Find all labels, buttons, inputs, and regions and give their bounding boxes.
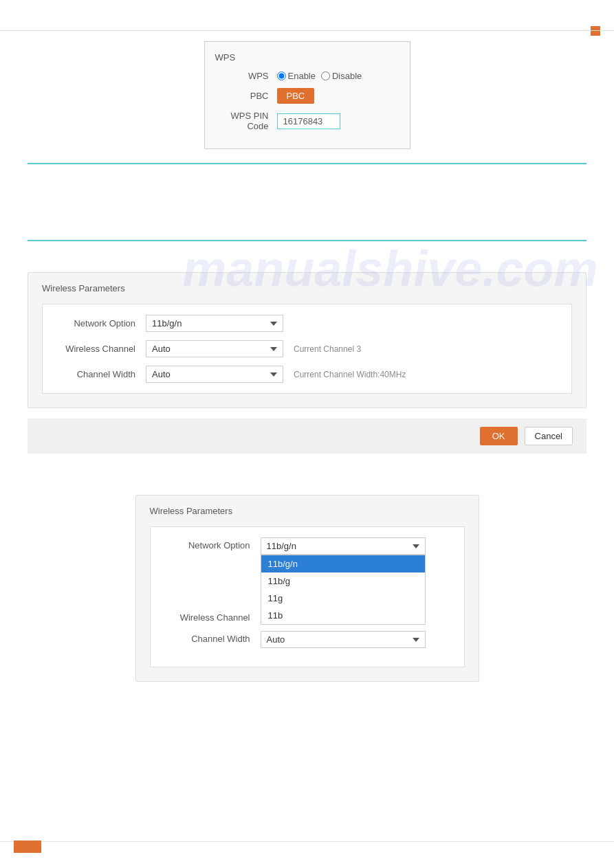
lower-section: Wireless Parameters Network Option 11b/g… (28, 495, 586, 682)
wps-row: WPS Enable Disable (215, 71, 399, 81)
wireless-channel-label: Wireless Channel (56, 344, 146, 354)
wps-enable-radio[interactable] (277, 71, 286, 80)
channel-width-select[interactable]: Auto 20MHz 40MHz (146, 366, 283, 383)
wireless-panel-bottom-title: Wireless Parameters (150, 506, 465, 516)
wireless-panel-inner: Network Option 11b/g/n 11b/g 11g 11b Wir… (42, 304, 572, 394)
wireless-panel-title: Wireless Parameters (42, 283, 572, 293)
pin-label: WPS PIN Code (215, 111, 277, 131)
pin-row: WPS PIN Code (215, 111, 399, 131)
network-option-label: Network Option (56, 318, 146, 329)
bottom-line (0, 841, 614, 842)
wireless-channel-select[interactable]: Auto 1 2 3 4 5 6 (146, 340, 283, 357)
wps-title: WPS (215, 52, 399, 63)
top-section-divider (28, 163, 586, 164)
wireless-channel-row: Wireless Channel Auto 1 2 3 4 5 6 Curren… (56, 340, 558, 357)
network-option-select[interactable]: 11b/g/n 11b/g 11g 11b (146, 315, 283, 332)
wps-label: WPS (215, 71, 277, 81)
bottom-network-option-display[interactable]: 11b/g/n (261, 537, 426, 555)
bottom-network-option-row: Network Option 11b/g/n 11b/g/n 11b/g 11g (164, 537, 450, 555)
button-row: OK Cancel (28, 419, 586, 454)
bottom-channel-width-wrapper[interactable]: Auto (261, 631, 426, 648)
channel-width-row: Channel Width Auto 20MHz 40MHz Current C… (56, 366, 558, 383)
wps-disable-radio[interactable] (321, 71, 330, 80)
cancel-button[interactable]: Cancel (525, 427, 573, 445)
dropdown-option-11b[interactable]: 11b (261, 607, 425, 624)
pbc-button[interactable]: PBC (277, 88, 315, 104)
mid-spacer-1 (28, 175, 586, 230)
wps-box: WPS WPS Enable Disable (204, 41, 410, 149)
bottom-channel-width-label: Channel Width (164, 631, 261, 644)
pin-input-wrapper (277, 113, 340, 129)
mid-spacer-3 (28, 454, 586, 495)
channel-width-label: Channel Width (56, 369, 146, 379)
bottom-wireless-channel-label: Wireless Channel (164, 610, 261, 623)
bottom-panel-inner: Network Option 11b/g/n 11b/g/n 11b/g 11g (150, 526, 465, 667)
bottom-channel-width-row: Channel Width Auto (164, 631, 450, 648)
channel-width-hint: Current Channel Width:40MHz (294, 370, 406, 379)
wps-disable-label[interactable]: Disable (321, 71, 362, 81)
wireless-panel-bottom: Wireless Parameters Network Option 11b/g… (135, 495, 479, 682)
wps-radio-group: Enable Disable (277, 71, 362, 81)
wps-enable-label[interactable]: Enable (277, 71, 316, 81)
channel-hint: Current Channel 3 (294, 344, 361, 354)
network-option-row: Network Option 11b/g/n 11b/g 11g 11b (56, 315, 558, 332)
bottom-network-select-wrapper[interactable]: 11b/g/n 11b/g/n 11b/g 11g 11b (261, 537, 426, 555)
bottom-network-option-label: Network Option (164, 537, 261, 550)
dropdown-option-11bg[interactable]: 11b/g (261, 572, 425, 590)
pbc-label: PBC (215, 91, 277, 101)
dropdown-option-11bgn[interactable]: 11b/g/n (261, 555, 425, 572)
bottom-channel-width-display[interactable]: Auto (261, 631, 426, 648)
pin-input[interactable] (278, 114, 340, 129)
pbc-row: PBC PBC (215, 88, 399, 104)
bottom-section-divider (28, 240, 586, 241)
bottom-left-decoration (14, 841, 41, 853)
dropdown-option-11g[interactable]: 11g (261, 590, 425, 607)
dropdown-arrow-icon (413, 544, 419, 548)
network-option-dropdown[interactable]: 11b/g/n 11b/g 11g 11b (261, 555, 426, 625)
ok-button[interactable]: OK (480, 427, 518, 445)
mid-spacer-2 (28, 252, 586, 272)
wireless-panel-top: Wireless Parameters Network Option 11b/g… (28, 272, 586, 408)
width-dropdown-arrow-icon (413, 638, 419, 642)
wps-section: WPS WPS Enable Disable (28, 41, 586, 149)
